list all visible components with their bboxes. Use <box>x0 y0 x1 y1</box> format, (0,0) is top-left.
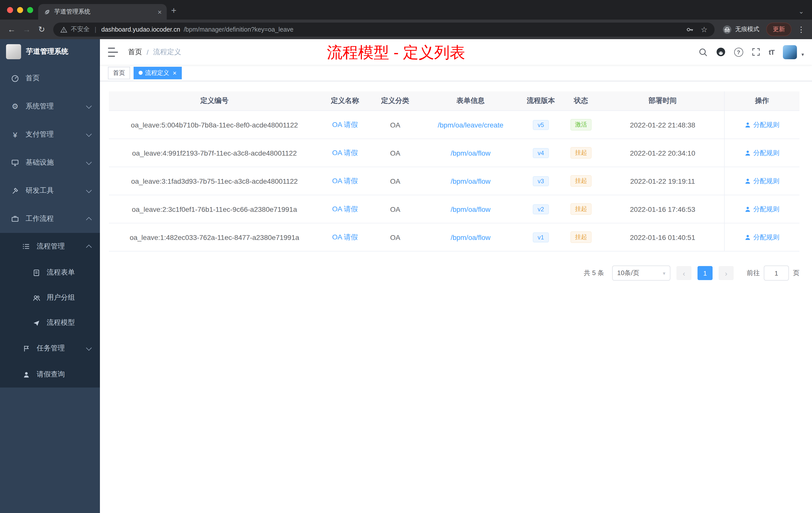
browser-menu-icon[interactable]: ⋮ <box>798 25 805 34</box>
table-row: oa_leave:3:1fad3d93-7b75-11ec-a3c8-acde4… <box>109 167 800 195</box>
status-badge: 挂起 <box>571 147 591 159</box>
incognito-badge: 无痕模式 <box>723 25 759 34</box>
form-link[interactable]: /bpm/oa/leave/create <box>438 121 503 129</box>
dashboard-icon <box>11 74 19 82</box>
tag-process-definition[interactable]: 流程定义 × <box>134 66 181 79</box>
column-header: 操作 <box>724 91 800 111</box>
page-size-select[interactable]: 10条/页 ▾ <box>612 266 670 280</box>
sidebar-item-devtools[interactable]: 研发工具 <box>0 177 100 205</box>
assign-rule-link[interactable]: 分配规则 <box>745 205 779 214</box>
sidebar-item-payment[interactable]: ¥ 支付管理 <box>0 120 100 149</box>
prev-page-button[interactable]: ‹ <box>676 266 692 280</box>
sidebar-item-process-model[interactable]: 流程模型 <box>0 310 100 335</box>
assign-rule-link[interactable]: 分配规则 <box>745 148 779 157</box>
reload-icon[interactable]: ↻ <box>35 23 48 36</box>
tab-title: 芋道管理系统 <box>54 7 90 16</box>
assign-rule-label: 分配规则 <box>753 205 779 214</box>
form-link[interactable]: /bpm/oa/flow <box>451 233 491 241</box>
browser-tabstrip: 芋道管理系统 × + ⌄ <box>0 0 812 20</box>
form-link[interactable]: /bpm/oa/flow <box>451 177 491 185</box>
key-icon[interactable] <box>686 25 694 33</box>
cell-category: OA <box>370 223 420 251</box>
definition-name-link[interactable]: OA 请假 <box>332 176 358 185</box>
search-icon[interactable] <box>698 48 707 57</box>
cell-definition-id: oa_leave:5:004b710b-7b8a-11ec-8ef0-acde4… <box>109 111 320 139</box>
sidebar-item-process-form[interactable]: 流程表单 <box>0 260 100 285</box>
chevron-down-icon <box>86 345 92 351</box>
tab-search-icon[interactable]: ⌄ <box>799 8 804 14</box>
column-header: 定义名称 <box>320 91 370 111</box>
sidebar-item-leave-query[interactable]: 请假查询 <box>0 361 100 388</box>
sidebar-item-task-mgmt[interactable]: 任务管理 <box>0 335 100 361</box>
sidebar-item-label: 研发工具 <box>26 186 54 195</box>
status-badge: 挂起 <box>571 175 591 187</box>
column-header: 定义编号 <box>109 91 320 111</box>
tag-label: 首页 <box>113 68 125 77</box>
paper-plane-icon <box>32 319 40 327</box>
sidebar-item-home[interactable]: 首页 <box>0 64 100 92</box>
app-title: 芋道管理系统 <box>26 47 68 56</box>
version-tag: v1 <box>532 232 549 242</box>
font-size-icon[interactable]: tT <box>769 48 774 56</box>
chrome-update-button[interactable]: 更新 <box>766 23 791 36</box>
chevron-up-icon <box>86 245 92 250</box>
window-minimize-button[interactable] <box>17 7 23 13</box>
address-bar[interactable]: 不安全 | dashboard.yudao.iocoder.cn/bpm/man… <box>53 22 715 36</box>
current-page-button[interactable]: 1 <box>697 266 713 280</box>
sidebar-item-label: 任务管理 <box>37 344 65 353</box>
definition-name-link[interactable]: OA 请假 <box>332 205 358 214</box>
cell-category: OA <box>370 167 420 195</box>
bookmark-star-icon[interactable]: ☆ <box>701 26 707 33</box>
breadcrumb-home-link[interactable]: 首页 <box>128 48 142 57</box>
sidebar-item-process-mgmt[interactable]: 流程管理 <box>0 233 100 260</box>
tag-home[interactable]: 首页 <box>108 66 130 79</box>
sidebar-item-workflow[interactable]: 工作流程 <box>0 205 100 233</box>
top-navbar: 首页 / 流程定义 流程模型 - 定义列表 ? tT <box>100 39 812 65</box>
user-avatar[interactable] <box>783 45 797 59</box>
column-header: 流程版本 <box>521 91 561 111</box>
page-size-value: 10条/页 <box>617 269 639 278</box>
tag-close-icon[interactable]: × <box>173 69 176 76</box>
assign-rule-link[interactable]: 分配规则 <box>745 176 779 185</box>
cell-deploy-time: 2022-01-22 19:19:11 <box>601 167 724 195</box>
form-link[interactable]: /bpm/oa/flow <box>451 205 491 213</box>
github-icon[interactable] <box>716 47 726 57</box>
url-host: dashboard.yudao.iocoder.cn <box>102 26 180 33</box>
new-tab-button[interactable]: + <box>167 3 181 18</box>
sidebar-item-system[interactable]: ⚙ 系统管理 <box>0 92 100 120</box>
list-icon <box>22 242 30 250</box>
form-link[interactable]: /bpm/oa/flow <box>451 149 491 157</box>
sidebar: 芋道管理系统 首页 ⚙ 系统管理 ¥ 支付管理 <box>0 39 100 513</box>
sidebar-item-infrastructure[interactable]: 基础设施 <box>0 149 100 177</box>
cell-definition-id: oa_leave:2:3c1f0ef1-76b1-11ec-9c66-a2380… <box>109 195 320 223</box>
tab-close-icon[interactable]: × <box>158 8 162 15</box>
browser-tab[interactable]: 芋道管理系统 × <box>38 4 167 20</box>
sidebar-item-label: 用户分组 <box>47 293 75 302</box>
next-page-button[interactable]: › <box>719 266 734 280</box>
status-badge: 挂起 <box>571 203 591 215</box>
definition-name-link[interactable]: OA 请假 <box>332 233 358 242</box>
help-icon[interactable]: ? <box>734 48 743 57</box>
sidebar-item-label: 首页 <box>26 74 40 83</box>
url-divider: | <box>95 26 96 33</box>
definition-name-link[interactable]: OA 请假 <box>332 120 358 129</box>
forward-icon[interactable]: → <box>20 23 33 36</box>
assign-rule-label: 分配规则 <box>753 176 779 185</box>
window-maximize-button[interactable] <box>27 7 33 13</box>
fullscreen-icon[interactable] <box>752 48 760 56</box>
window-close-button[interactable] <box>7 7 13 13</box>
hamburger-icon[interactable] <box>108 47 118 58</box>
sidebar-item-user-group[interactable]: 用户分组 <box>0 285 100 310</box>
goto-page-input[interactable] <box>764 266 789 280</box>
assign-rule-link[interactable]: 分配规则 <box>745 233 779 242</box>
table-header-row: 定义编号 定义名称 定义分类 表单信息 流程版本 状态 部署时间 操作 <box>109 91 800 111</box>
avatar-caret-icon[interactable]: ▾ <box>802 52 804 57</box>
app-window: 芋道管理系统 首页 ⚙ 系统管理 ¥ 支付管理 <box>0 39 812 513</box>
assign-rule-label: 分配规则 <box>753 120 779 129</box>
assign-rule-label: 分配规则 <box>753 233 779 242</box>
back-icon[interactable]: ← <box>5 23 18 36</box>
definition-name-link[interactable]: OA 请假 <box>332 148 358 157</box>
assign-rule-link[interactable]: 分配规则 <box>745 120 779 129</box>
table-row: oa_leave:5:004b710b-7b8a-11ec-8ef0-acde4… <box>109 111 800 139</box>
main-area: 首页 / 流程定义 流程模型 - 定义列表 ? tT <box>100 39 812 513</box>
